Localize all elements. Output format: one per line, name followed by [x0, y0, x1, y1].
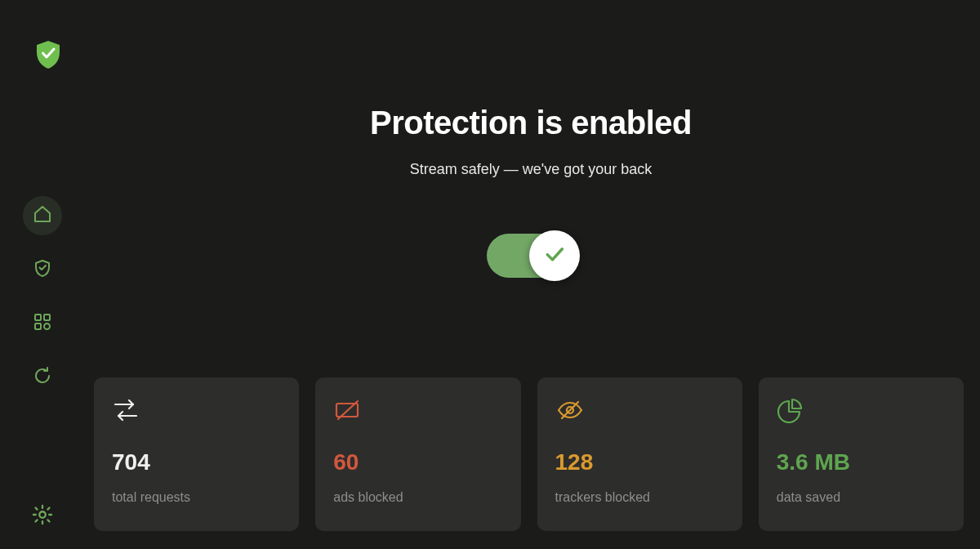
sidebar-item-home[interactable]: [23, 196, 62, 235]
stat-label: trackers blocked: [555, 490, 724, 505]
gear-icon: [31, 503, 54, 529]
protection-toggle[interactable]: [487, 234, 575, 278]
sidebar: [20, 196, 65, 397]
rect-slash-icon: [333, 395, 502, 425]
sidebar-item-refresh[interactable]: [23, 358, 62, 397]
stat-card-total-requests[interactable]: 704 total requests: [94, 377, 299, 531]
arrows-icon: [112, 395, 281, 425]
stat-value: 704: [112, 449, 281, 475]
page-title: Protection is enabled: [370, 105, 692, 141]
svg-point-4: [39, 511, 45, 517]
sidebar-item-apps[interactable]: [23, 304, 62, 343]
stat-label: total requests: [112, 490, 281, 505]
svg-rect-1: [44, 315, 50, 320]
stat-card-ads-blocked[interactable]: 60 ads blocked: [315, 377, 520, 531]
pie-icon: [777, 395, 946, 425]
stat-value: 60: [333, 449, 502, 475]
home-icon: [33, 204, 52, 227]
sidebar-item-shield[interactable]: [23, 250, 62, 289]
shield-icon: [33, 258, 52, 281]
stat-card-data-saved[interactable]: 3.6 MB data saved: [759, 377, 964, 531]
check-icon: [542, 242, 567, 270]
toggle-thumb: [529, 230, 580, 281]
refresh-icon: [33, 366, 52, 389]
svg-point-3: [44, 324, 50, 329]
app-logo: [34, 39, 62, 74]
stat-value: 3.6 MB: [777, 449, 946, 475]
settings-button[interactable]: [26, 500, 59, 533]
svg-rect-2: [35, 324, 41, 329]
stat-label: data saved: [777, 490, 946, 505]
stat-label: ads blocked: [333, 490, 502, 505]
stat-card-trackers-blocked[interactable]: 128 trackers blocked: [537, 377, 742, 531]
stats-row: 704 total requests 60 ads blocked 128 tr…: [94, 377, 964, 531]
eye-slash-icon: [555, 395, 724, 425]
page-subtitle: Stream safely — we've got your back: [410, 161, 653, 178]
apps-icon: [33, 312, 52, 335]
svg-rect-0: [35, 315, 41, 320]
stat-value: 128: [555, 449, 724, 475]
